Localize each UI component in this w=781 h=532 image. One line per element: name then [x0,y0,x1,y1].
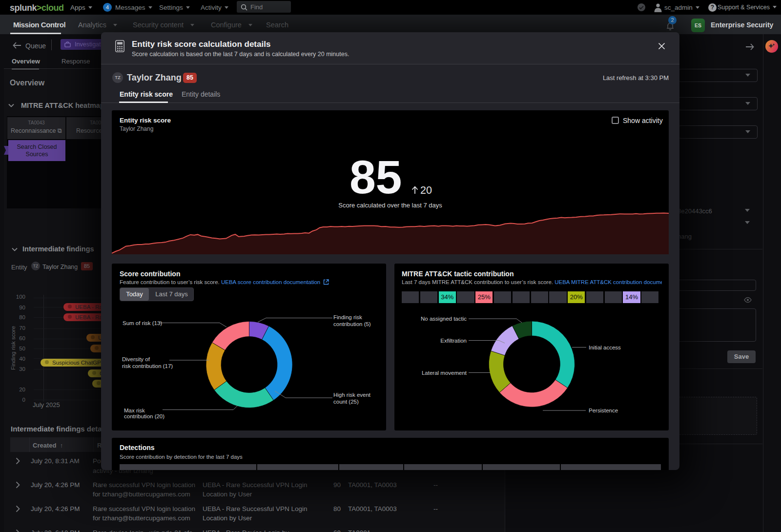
svg-text:Max risk: Max risk [124,408,145,413]
svg-text:Diversity of: Diversity of [122,356,150,362]
svg-text:Lateral movement: Lateral movement [422,370,467,376]
svg-text:Finding risk: Finding risk [333,314,362,320]
svg-text:count (25): count (25) [333,399,359,405]
svg-text:risk contribution (17): risk contribution (17) [122,363,173,369]
svg-text:Persistence: Persistence [589,408,618,413]
svg-text:Initial access: Initial access [589,345,621,350]
svg-text:High risk event: High risk event [333,392,371,398]
svg-text:contribution (20): contribution (20) [124,413,164,419]
svg-text:Sum of risk (13): Sum of risk (13) [123,320,162,326]
svg-text:No assigned tactic: No assigned tactic [421,316,467,322]
svg-text:contribution (5): contribution (5) [333,321,371,327]
svg-text:Exfiltration: Exfiltration [440,338,467,344]
